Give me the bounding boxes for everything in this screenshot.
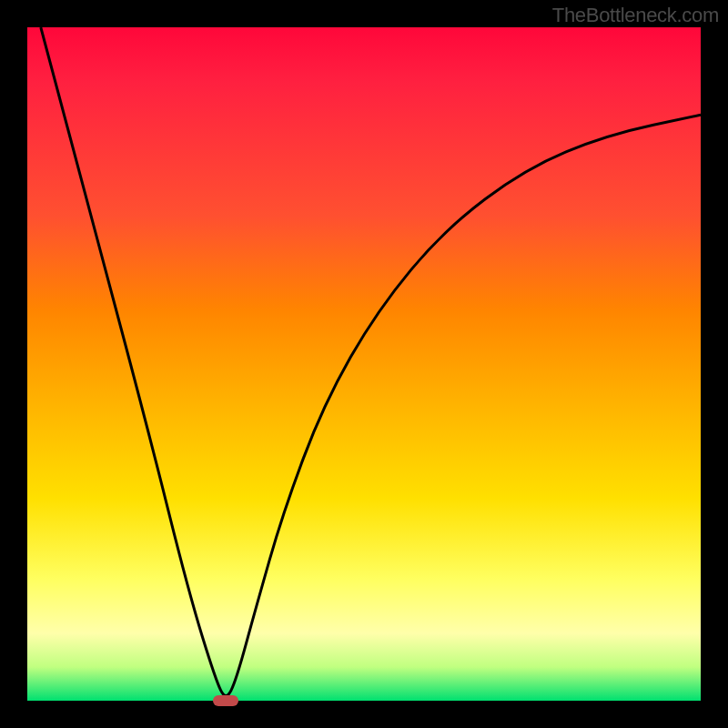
curve-path [41,27,701,695]
chart-area [27,27,701,701]
minimum-marker [213,695,238,706]
watermark-text: TheBottleneck.com [552,4,719,27]
bottleneck-curve-plot [27,27,701,701]
